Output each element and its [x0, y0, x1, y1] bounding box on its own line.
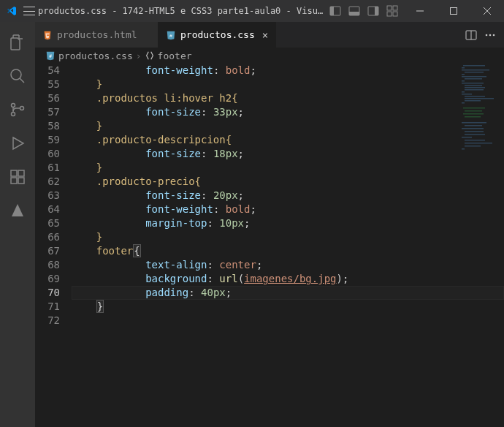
svg-rect-11: [451, 8, 457, 15]
menu-icon[interactable]: [23, 5, 35, 17]
layout-customize-icon[interactable]: [384, 3, 400, 19]
svg-rect-5: [375, 7, 378, 15]
svg-rect-21: [11, 178, 17, 184]
line-number: 56: [35, 91, 60, 105]
code-line[interactable]: .productos li:hover h2{: [72, 91, 504, 105]
search-icon[interactable]: [0, 61, 35, 91]
line-number: 65: [35, 216, 60, 230]
line-number: 70: [35, 286, 60, 300]
layout-sideleft-icon[interactable]: [327, 3, 343, 19]
line-number: 71: [35, 300, 60, 314]
breadcrumb-file: # productos.css: [45, 50, 133, 61]
chevron-right-icon: ›: [136, 50, 142, 61]
code-line[interactable]: [72, 314, 504, 328]
svg-point-17: [12, 113, 15, 116]
code-line[interactable]: font-size: 20px;: [72, 189, 504, 203]
svg-point-14: [11, 69, 21, 80]
layout-sideright-icon[interactable]: [365, 3, 381, 19]
svg-rect-6: [387, 6, 392, 10]
code-line[interactable]: margin-top: 10px;: [72, 216, 504, 230]
line-number: 66: [35, 230, 60, 244]
code-line[interactable]: .producto-descripcion{: [72, 133, 504, 147]
line-number: 68: [35, 258, 60, 272]
line-number: 62: [35, 175, 60, 189]
line-number: 61: [35, 161, 60, 175]
tab-label: productos.html: [57, 29, 137, 40]
maximize-button[interactable]: [437, 0, 470, 22]
svg-point-28: [486, 34, 488, 36]
svg-point-16: [12, 104, 15, 107]
explorer-icon[interactable]: [0, 28, 35, 57]
svg-rect-20: [11, 170, 17, 176]
code-line[interactable]: }: [72, 78, 504, 91]
tab-label: productos.css: [180, 29, 255, 40]
html-file-icon: [42, 30, 53, 40]
activity-bar: [0, 22, 35, 427]
source-control-icon[interactable]: [0, 95, 35, 124]
tab-productos-css[interactable]: # productos.css ×: [159, 22, 276, 48]
breadcrumbs[interactable]: # productos.css › footer: [35, 48, 504, 64]
code-line[interactable]: }: [72, 161, 504, 175]
svg-marker-19: [13, 137, 23, 149]
svg-point-18: [20, 107, 24, 110]
svg-point-30: [493, 34, 495, 36]
line-number: 59: [35, 133, 60, 147]
svg-rect-9: [393, 12, 397, 16]
azure-icon[interactable]: [0, 196, 35, 225]
svg-marker-24: [12, 204, 23, 216]
line-number: 60: [35, 147, 60, 161]
layout-bottom-icon[interactable]: [346, 3, 362, 19]
code-line[interactable]: padding: 40px;: [72, 286, 504, 300]
svg-text:#: #: [169, 32, 172, 37]
run-debug-icon[interactable]: [0, 129, 35, 158]
css-file-icon: #: [166, 30, 176, 40]
svg-rect-23: [18, 170, 24, 176]
line-number: 72: [35, 314, 60, 328]
more-actions-icon[interactable]: [482, 27, 498, 43]
title-bar: productos.css - 1742-HTML5 e CSS3 parte1…: [0, 0, 504, 22]
tab-productos-html[interactable]: productos.html ×: [35, 22, 159, 48]
code-line[interactable]: }: [72, 119, 504, 133]
svg-point-29: [489, 34, 492, 36]
line-number: 55: [35, 78, 60, 91]
code-line[interactable]: }: [72, 230, 504, 244]
close-button[interactable]: [470, 0, 504, 22]
vscode-logo-icon: [6, 5, 18, 17]
minimize-button[interactable]: [403, 0, 437, 22]
svg-rect-7: [393, 6, 397, 10]
line-number: 63: [35, 189, 60, 203]
svg-rect-3: [349, 12, 359, 15]
svg-rect-8: [387, 12, 392, 16]
extensions-icon[interactable]: [0, 162, 35, 192]
line-number: 64: [35, 203, 60, 216]
svg-rect-1: [330, 7, 334, 15]
code-line[interactable]: }: [72, 300, 504, 314]
code-line[interactable]: font-size: 18px;: [72, 147, 504, 161]
line-number: 69: [35, 272, 60, 286]
split-editor-icon[interactable]: [463, 27, 479, 43]
line-number: 57: [35, 105, 60, 119]
svg-text:#: #: [49, 53, 52, 58]
line-number: 58: [35, 119, 60, 133]
svg-rect-22: [18, 178, 24, 184]
line-number: 67: [35, 244, 60, 258]
breadcrumb-symbol: footer: [145, 50, 192, 61]
svg-line-15: [20, 78, 24, 83]
code-editor[interactable]: 54555657585960616263646566676869707172 f…: [35, 64, 504, 427]
code-line[interactable]: .producto-precio{: [72, 175, 504, 189]
code-line[interactable]: font-weight: bold;: [72, 64, 504, 78]
editor-tabs: productos.html × # productos.css ×: [35, 22, 504, 48]
line-number: 54: [35, 64, 60, 78]
code-line[interactable]: font-size: 33px;: [72, 105, 504, 119]
code-line[interactable]: text-align: center;: [72, 258, 504, 272]
close-icon[interactable]: ×: [262, 30, 268, 40]
code-line[interactable]: font-weight: bold;: [72, 203, 504, 216]
code-line[interactable]: footer{: [72, 244, 504, 258]
code-line[interactable]: background: url(imagenes/bg.jpg);: [72, 272, 504, 286]
window-title: productos.css - 1742-HTML5 e CSS3 parte1…: [35, 6, 327, 16]
